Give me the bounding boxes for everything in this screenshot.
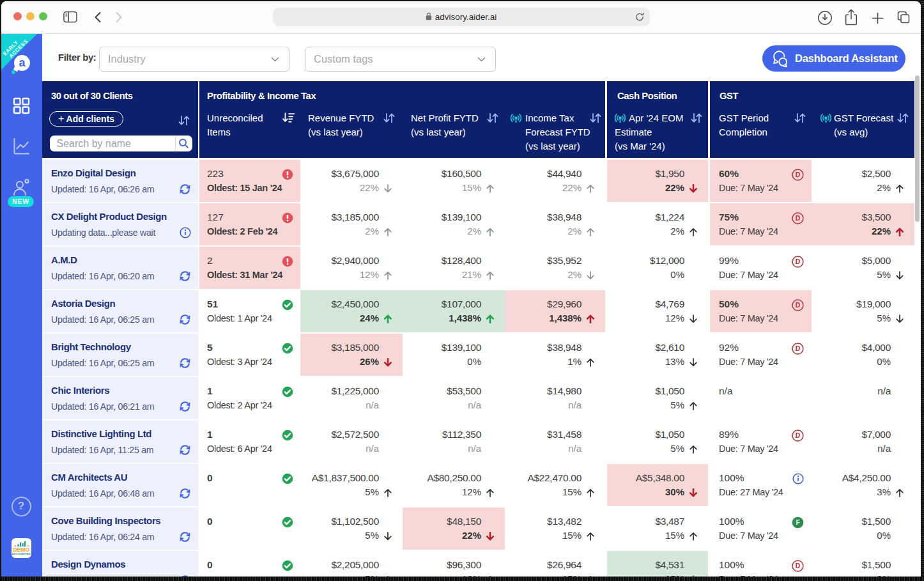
svg-text:D: D: [796, 432, 801, 440]
svg-text:D: D: [796, 562, 801, 570]
svg-text:D: D: [796, 215, 801, 222]
svg-text:D: D: [796, 258, 801, 266]
svg-text:F: F: [796, 519, 800, 527]
svg-text:D: D: [796, 171, 801, 179]
svg-text:D: D: [796, 345, 801, 353]
svg-text:D: D: [796, 302, 801, 309]
